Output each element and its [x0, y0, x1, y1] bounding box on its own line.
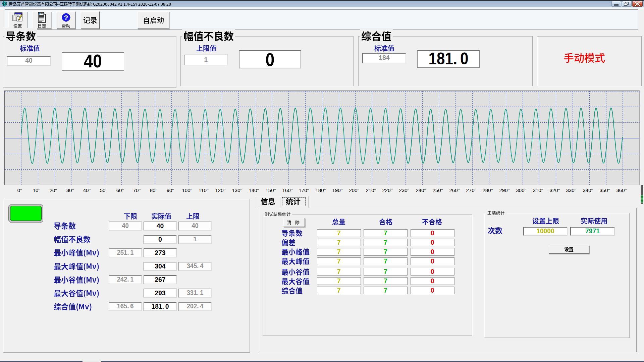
svg-text:?: ? — [64, 14, 68, 21]
